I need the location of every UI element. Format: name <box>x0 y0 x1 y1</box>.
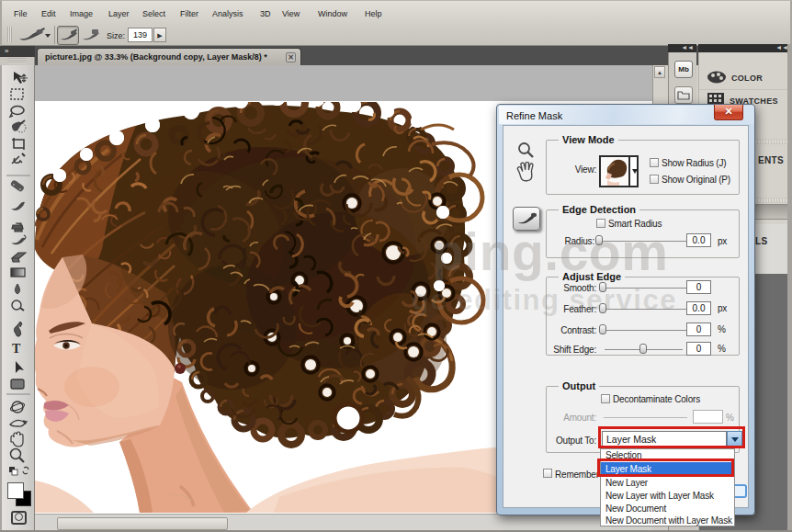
svg-text:T: T <box>12 342 21 356</box>
